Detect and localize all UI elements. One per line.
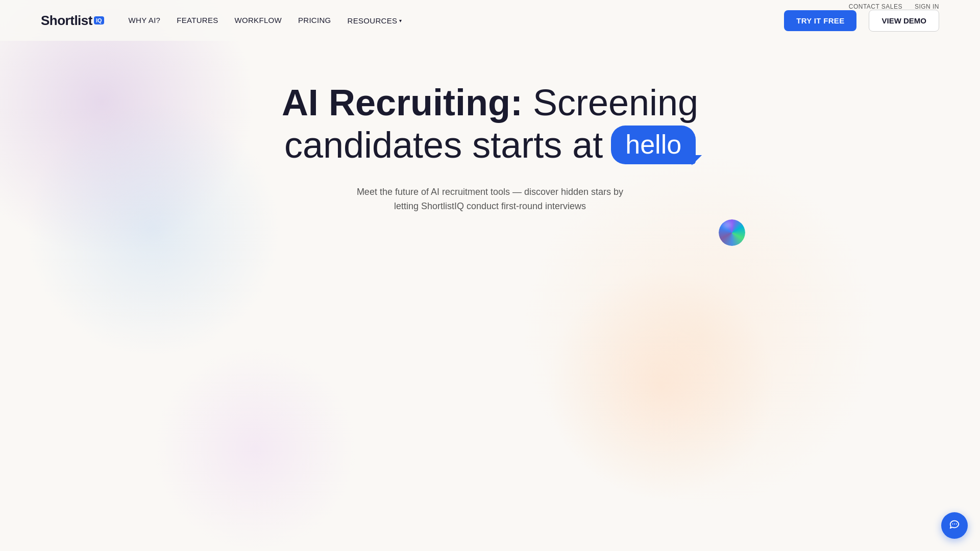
navbar-top-links: CONTACT SALES SIGN IN <box>849 0 939 10</box>
contact-sales-link[interactable]: CONTACT SALES <box>849 3 902 10</box>
nav-item-features: FEATURES <box>177 16 218 25</box>
sign-in-link[interactable]: SIGN IN <box>915 3 939 10</box>
nav-item-workflow: WORKFLOW <box>235 16 282 25</box>
nav-link-features[interactable]: FEATURES <box>177 16 218 24</box>
nav-item-resources: RESOURCES ▾ <box>348 16 402 25</box>
nav-link-pricing[interactable]: PRICING <box>298 16 331 24</box>
navbar-left: Shortlist IQ WHY AI? FEATURES WORKFLOW P… <box>41 13 402 29</box>
main-content: AI Recruiting: Screening candidates star… <box>0 41 980 214</box>
bg-blob-lavender <box>153 347 357 551</box>
logo-link[interactable]: Shortlist IQ <box>41 13 104 29</box>
view-demo-button[interactable]: VIEW DEMO <box>869 10 939 32</box>
hero-title-line1: AI Recruiting: Screening <box>282 82 698 124</box>
try-free-button[interactable]: TRY IT FREE <box>784 10 856 31</box>
logo-badge: IQ <box>94 16 104 24</box>
hero-subtitle: Meet the future of AI recruitment tools … <box>347 185 633 214</box>
chevron-down-icon: ▾ <box>399 18 402 23</box>
bg-blob-peach <box>546 270 776 500</box>
nav-item-why-ai: WHY AI? <box>129 16 161 25</box>
hero-title-line2: candidates starts at hello <box>282 124 698 166</box>
navbar-right: TRY IT FREE VIEW DEMO <box>784 10 939 32</box>
ai-orb-inner <box>719 219 745 246</box>
hero-title: AI Recruiting: Screening candidates star… <box>282 82 698 166</box>
chat-widget-button[interactable] <box>941 512 968 539</box>
chat-icon <box>949 518 960 533</box>
logo-text: Shortlist <box>41 13 92 29</box>
hello-bubble: hello <box>611 126 696 164</box>
ai-orb <box>719 219 745 246</box>
nav-link-resources[interactable]: RESOURCES ▾ <box>348 16 402 25</box>
nav-links: WHY AI? FEATURES WORKFLOW PRICING RESOUR… <box>129 16 402 25</box>
hero-title-start: candidates starts at <box>284 124 603 166</box>
navbar: CONTACT SALES SIGN IN Shortlist IQ WHY A… <box>0 0 980 41</box>
nav-item-pricing: PRICING <box>298 16 331 25</box>
nav-link-why-ai[interactable]: WHY AI? <box>129 16 161 24</box>
hero-title-bold: AI Recruiting: <box>282 82 523 123</box>
nav-link-workflow[interactable]: WORKFLOW <box>235 16 282 24</box>
